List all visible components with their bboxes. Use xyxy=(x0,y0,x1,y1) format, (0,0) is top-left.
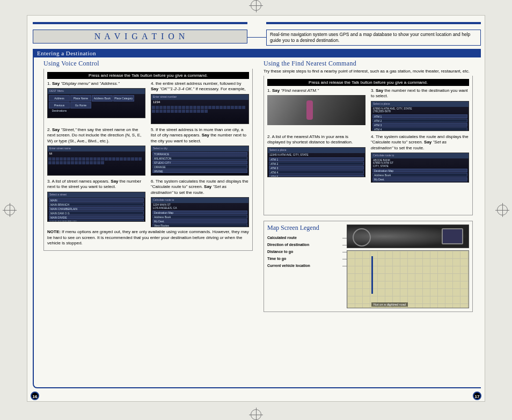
find-step: 1. Say "Find nearest ATM." xyxy=(267,88,365,131)
voice-step: 1. Say "Display menu" and "Address."DEST… xyxy=(47,81,145,124)
dashboard-photo xyxy=(347,225,469,248)
find-box: Press and release the Talk button before… xyxy=(264,76,473,215)
page-number-left: 16 xyxy=(31,392,39,400)
voice-instruction-bar: Press and release the Talk button before… xyxy=(47,72,249,79)
legend-right: Not on a digitized road xyxy=(347,225,469,308)
map-screenshot: Not on a digitized road xyxy=(347,250,469,308)
crop-mark-right xyxy=(497,205,508,215)
voice-box: Press and release the Talk button before… xyxy=(43,69,253,251)
find-step: 4. The system calculates the route and d… xyxy=(371,134,469,183)
crop-mark-bottom xyxy=(251,409,261,420)
section-header: Entering a Destination xyxy=(33,49,481,57)
voice-heading: Using Voice Control xyxy=(43,60,253,68)
mock-screen: Calculate route toABCDE BANK 67890 N ATM… xyxy=(371,153,469,183)
column-right: Using the Find Nearest Command Try these… xyxy=(258,60,478,386)
find-intro: Try these simple steps to find a nearby … xyxy=(264,69,473,74)
legend-item: Time to go xyxy=(267,257,342,260)
voice-step: 5. If the street address is in more than… xyxy=(151,127,249,176)
mock-screen: Calculate route to1234 MAIN ST LOS ANGEL… xyxy=(151,197,249,227)
mock-screen: Select a cityTORRANCEWILMINGTONSTUDIO CI… xyxy=(151,146,249,176)
legend-left: Map Screen Legend Calculated routeDirect… xyxy=(267,225,342,308)
legend-title: Map Screen Legend xyxy=(267,225,342,231)
voice-note: NOTE: If menu options are grayed out, th… xyxy=(47,229,249,246)
mock-screen xyxy=(267,95,365,125)
mock-screen: Select a streetMAINMAIN BRANCHMAIN CHAMB… xyxy=(47,192,145,222)
mock-screen: Enter street nameM xyxy=(47,146,145,176)
legend-item: Distance to go xyxy=(267,250,342,254)
mock-screen: Select a place12345 N ATM AVE, CITY, STA… xyxy=(267,147,365,177)
page-spread: N A V I G A T I O N Real-time navigation… xyxy=(27,15,485,402)
note-label: NOTE: xyxy=(47,229,61,234)
page-title: N A V I G A T I O N xyxy=(33,30,247,44)
find-steps: 1. Say "Find nearest ATM."3. Say the num… xyxy=(267,88,469,183)
voice-step: 4. the entire street address number, fol… xyxy=(151,81,249,124)
legend-item: Direction of destination xyxy=(267,243,342,247)
mock-screen: Enter street number1234 xyxy=(151,94,249,124)
crop-mark-top xyxy=(251,0,261,11)
top-rule-left xyxy=(33,22,247,24)
voice-steps: 1. Say "Display menu" and "Address."DEST… xyxy=(47,81,249,227)
map-route-line xyxy=(371,256,373,294)
map-warning-label: Not on a digitized road xyxy=(371,302,408,307)
crop-mark-left xyxy=(4,205,15,215)
voice-step: 3. A list of street names appears. Say t… xyxy=(47,179,145,227)
title-connector xyxy=(247,37,266,38)
column-left: Using Voice Control Press and release th… xyxy=(38,60,258,386)
find-step: 2. A list of the nearest ATMs in your ar… xyxy=(267,134,365,183)
find-heading: Using the Find Nearest Command xyxy=(264,60,473,68)
legend-item: Current vehicle location xyxy=(267,264,342,267)
top-rule-right xyxy=(266,22,481,24)
voice-step: 6. The system calculates the route and d… xyxy=(151,179,249,227)
voice-step: 2. Say "Street," then say the street nam… xyxy=(47,127,145,176)
mock-screen: Select a place67890 N ATM AVE, CITY, STA… xyxy=(371,101,469,131)
find-instruction-bar: Press and release the Talk button before… xyxy=(267,79,469,86)
legend-item: Calculated route xyxy=(267,236,342,240)
page-number-right: 17 xyxy=(473,392,481,400)
find-step: 3. Say the number next to the destinatio… xyxy=(371,88,469,131)
note-text: If menu options are grayed out, they are… xyxy=(47,229,249,245)
map-legend-box: Map Screen Legend Calculated routeDirect… xyxy=(264,221,473,312)
mock-screen: DEST MenuAddressPlace NameAddress BookPl… xyxy=(47,88,145,118)
intro-text: Real-time navigation system uses GPS and… xyxy=(266,30,481,46)
